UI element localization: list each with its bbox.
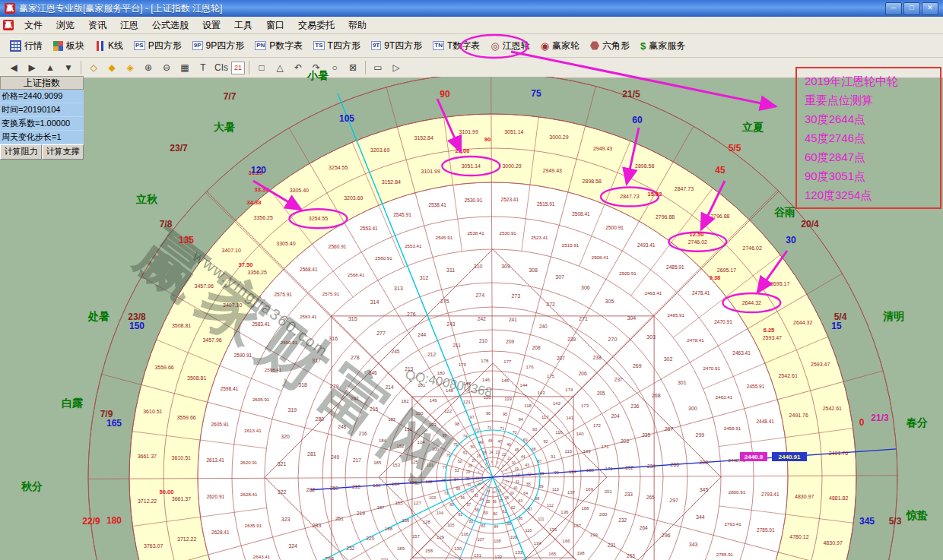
- annotation-line-5: 90度3051点: [805, 166, 932, 185]
- menu-item-6[interactable]: 工具: [227, 17, 259, 33]
- toolbar-item-12[interactable]: $赢家服务: [635, 34, 691, 57]
- up-triangle-button[interactable]: ▲: [42, 60, 59, 75]
- info-panel: 上证指数 价格=2440.9099时间=20190104变换系数=1.00000…: [0, 76, 84, 160]
- zoom-out-button[interactable]: ⊖: [158, 60, 175, 75]
- info-rows: 价格=2440.9099时间=20190104变换系数=1.00000周天变化步…: [0, 90, 84, 144]
- toolbar-item-label: 赢家服务: [649, 40, 685, 52]
- badge-icon: PN: [255, 41, 266, 50]
- hex-icon: [590, 41, 599, 50]
- toolbar-separator: [249, 61, 249, 74]
- toolbar-item-9[interactable]: ◎江恩轮: [485, 34, 535, 57]
- zoom-in-button[interactable]: ⊕: [140, 60, 157, 75]
- diamond-outline-button[interactable]: ◇: [85, 60, 102, 75]
- window-controls: ─□✕: [885, 2, 938, 15]
- menu-item-4[interactable]: 公式选股: [145, 17, 195, 33]
- pointer-tool-button[interactable]: ▷: [388, 60, 405, 75]
- toolbar-item-label: 江恩轮: [503, 40, 530, 52]
- badge-icon: 9P: [192, 41, 203, 50]
- badge-icon: PS: [134, 41, 145, 50]
- annotation-line-2: 30度2644点: [805, 109, 932, 128]
- diamond-multi-button[interactable]: ◈: [122, 60, 138, 75]
- annotation-line-0: 2019年江恩轮中轮: [805, 71, 932, 90]
- toolbar-item-label: P数字表: [269, 40, 303, 52]
- blocks-icon: [53, 41, 63, 51]
- toolbar-item-label: K线: [108, 40, 123, 52]
- toolbar-separator: [365, 61, 366, 74]
- toolbar-item-label: 六角形: [602, 40, 630, 52]
- toolbar-item-2[interactable]: K线: [90, 34, 129, 57]
- toolbar-item-10[interactable]: ◉赢家轮: [535, 34, 585, 57]
- menu-logo-icon: 赢: [3, 20, 14, 30]
- toolbar-item-label: 赢家轮: [552, 40, 579, 52]
- toolbar-item-label: 9T四方形: [384, 40, 422, 52]
- toolbar-item-label: T四方形: [328, 40, 360, 52]
- toolbar-item-1[interactable]: 板块: [48, 34, 90, 57]
- minimize-button[interactable]: ─: [885, 2, 902, 15]
- marquee-tool-button[interactable]: ▭: [370, 60, 386, 75]
- toolbar-item-4[interactable]: 9P9P四方形: [187, 34, 249, 57]
- annotation-line-4: 60度2847点: [805, 147, 932, 166]
- toolbar-item-11[interactable]: 六角形: [585, 34, 635, 57]
- menu-item-8[interactable]: 交易委托: [291, 17, 341, 33]
- delete-box-button[interactable]: ⊠: [344, 60, 361, 75]
- diamond-filled-button[interactable]: ◆: [103, 60, 120, 75]
- prev-button[interactable]: ◀: [5, 60, 22, 75]
- badge-icon: TS: [313, 41, 324, 50]
- info-row-time: 时间=20190104: [0, 103, 84, 117]
- circle-tool-button[interactable]: ○: [326, 60, 343, 75]
- toolbar-item-label: 9P四方形: [206, 40, 245, 52]
- rotate-ccw-button[interactable]: ↶: [290, 60, 306, 75]
- menu-item-5[interactable]: 设置: [195, 17, 227, 33]
- info-row-step: 周天变化步长=1: [0, 131, 84, 144]
- menu-item-2[interactable]: 资讯: [81, 17, 113, 33]
- target-icon: ◎: [491, 41, 499, 51]
- grid-icon: [10, 40, 21, 52]
- info-row-price: 价格=2440.9099: [0, 90, 84, 103]
- next-button[interactable]: ▶: [24, 60, 40, 75]
- menu-item-7[interactable]: 窗口: [259, 17, 291, 33]
- info-row-coefficient: 变换系数=1.00000: [0, 117, 84, 131]
- annotation-line-6: 120度3254点: [805, 185, 932, 204]
- toolbar-item-label: 板块: [66, 40, 84, 52]
- info-panel-title: 上证指数: [0, 76, 84, 90]
- window-title: 赢家江恩专业版[赢家服务平台] - [上证指数 江恩轮]: [19, 2, 885, 15]
- menu-bar: 赢 文件浏览资讯江恩公式选股设置工具窗口交易委托帮助: [0, 17, 943, 34]
- toolbar-item-label: T数字表: [447, 40, 480, 52]
- rect-tool-button[interactable]: □: [253, 60, 270, 75]
- triangle-tool-button[interactable]: △: [271, 60, 288, 75]
- filter-button[interactable]: ▼: [60, 60, 77, 75]
- toolbar-item-8[interactable]: TNT数字表: [427, 34, 485, 57]
- wheel-icon: ◉: [541, 41, 549, 51]
- menu-item-9[interactable]: 帮助: [341, 17, 373, 33]
- toolbar-main: 行情板块K线PSP四方形9P9P四方形PNP数字表TST四方形9T9T四方形TN…: [0, 34, 943, 58]
- calc-resistance-button[interactable]: 计算阻力: [0, 144, 42, 160]
- app-icon: 赢: [5, 3, 15, 14]
- toolbar-item-label: 行情: [24, 40, 43, 52]
- toolbar-item-5[interactable]: PNP数字表: [249, 34, 308, 57]
- annotation-line-1: 重要点位测算: [805, 90, 932, 109]
- kline-icon: [95, 41, 105, 51]
- t-tool-button[interactable]: T: [195, 60, 211, 75]
- info-buttons: 计算阻力计算支撑: [0, 144, 84, 160]
- toolbar-item-0[interactable]: 行情: [5, 34, 48, 57]
- menu-item-1[interactable]: 浏览: [49, 17, 81, 33]
- toolbar-item-7[interactable]: 9T9T四方形: [366, 34, 427, 57]
- rotate-cw-button[interactable]: ↷: [308, 60, 325, 75]
- calc-support-button[interactable]: 计算支撑: [42, 144, 84, 160]
- toolbar-item-6[interactable]: TST四方形: [308, 34, 366, 57]
- annotation-line-3: 45度2746点: [805, 128, 932, 147]
- chart-window-button[interactable]: ▦: [176, 60, 193, 75]
- cls-button[interactable]: CIs: [213, 60, 230, 75]
- badge-icon: 9T: [371, 41, 381, 50]
- toolbar-item-3[interactable]: PSP四方形: [129, 34, 187, 57]
- toolbar-item-label: P四方形: [148, 40, 182, 52]
- menu-item-0[interactable]: 文件: [17, 17, 49, 33]
- calendar-button[interactable]: 21: [231, 62, 245, 74]
- menu-item-3[interactable]: 江恩: [113, 17, 145, 33]
- maximize-button[interactable]: □: [903, 2, 920, 15]
- badge-icon: TN: [433, 41, 444, 50]
- toolbar-separator: [81, 61, 81, 74]
- close-button[interactable]: ✕: [922, 2, 938, 15]
- title-bar: 赢 赢家江恩专业版[赢家服务平台] - [上证指数 江恩轮] ─□✕: [0, 0, 943, 17]
- dollar-icon: $: [640, 41, 646, 51]
